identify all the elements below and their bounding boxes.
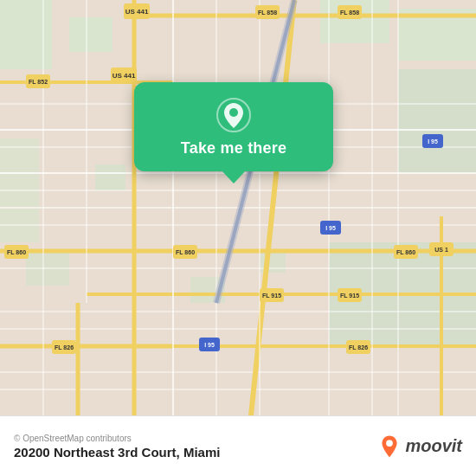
svg-text:FL 860: FL 860	[396, 249, 415, 255]
copyright-text: © OpenStreetMap contributors	[14, 434, 220, 443]
take-me-there-button[interactable]: Take me there	[134, 82, 333, 171]
svg-point-78	[387, 440, 394, 447]
svg-text:FL 915: FL 915	[262, 293, 281, 299]
svg-rect-10	[260, 251, 286, 273]
svg-text:FL 860: FL 860	[176, 249, 195, 255]
moovit-logo: moovit	[377, 434, 462, 459]
svg-text:FL 826: FL 826	[349, 344, 368, 351]
svg-rect-2	[69, 17, 113, 52]
svg-text:I 95: I 95	[428, 138, 438, 145]
svg-rect-5	[398, 69, 476, 173]
moovit-pin-icon	[377, 434, 402, 459]
svg-text:FL 858: FL 858	[258, 10, 277, 16]
svg-rect-1	[0, 0, 52, 69]
svg-text:US 441: US 441	[125, 8, 149, 16]
svg-text:FL 852: FL 852	[29, 79, 48, 85]
take-me-there-label: Take me there	[181, 139, 286, 158]
svg-text:FL 860: FL 860	[7, 249, 26, 255]
map-container: US 441 US 441 FL 858 FL 858 FL 852 I 95 …	[0, 0, 476, 415]
svg-point-77	[229, 108, 238, 117]
svg-text:US 1: US 1	[434, 247, 448, 253]
address-text: 20200 Northeast 3rd Court, Miami	[14, 445, 220, 460]
moovit-brand-text: moovit	[405, 436, 462, 456]
svg-text:US 441: US 441	[113, 72, 136, 80]
svg-text:FL 858: FL 858	[340, 10, 359, 16]
bottom-bar: © OpenStreetMap contributors 20200 North…	[0, 415, 476, 476]
svg-rect-8	[95, 164, 125, 190]
location-pin-icon	[216, 98, 251, 132]
svg-text:FL 915: FL 915	[340, 293, 359, 299]
address-section: © OpenStreetMap contributors 20200 North…	[14, 434, 220, 460]
svg-text:FL 826: FL 826	[55, 344, 74, 351]
svg-text:I 95: I 95	[204, 342, 215, 348]
svg-text:I 95: I 95	[325, 225, 336, 231]
